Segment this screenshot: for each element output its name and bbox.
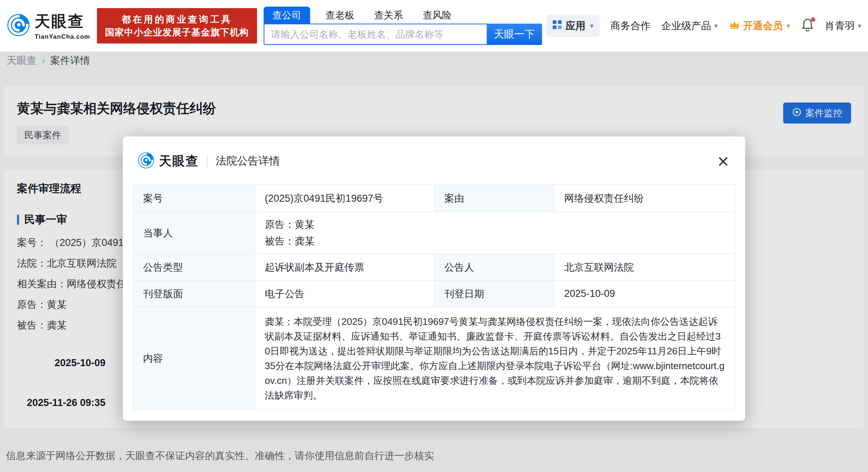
site-logo[interactable]: 天眼查 TianYanCha.com bbox=[7, 11, 90, 41]
tab-search-boss[interactable]: 查老板 bbox=[321, 7, 359, 24]
pub-date-value-cell: 2025-10-09 bbox=[555, 281, 735, 307]
table-row: 刊登版面 电子公告 刊登日期 2025-10-09 bbox=[133, 281, 735, 307]
edition-value-cell: 电子公告 bbox=[255, 281, 435, 307]
announcer-value-cell: 北京互联网法院 bbox=[555, 254, 735, 281]
modal-header: 天眼查 法院公告详情 × bbox=[123, 136, 745, 184]
search-button[interactable]: 天眼一下 bbox=[487, 24, 542, 45]
chevron-down-icon: ▾ bbox=[858, 21, 861, 30]
pub-date-label-cell: 刊登日期 bbox=[435, 281, 555, 307]
tab-search-company[interactable]: 查公司 bbox=[264, 7, 310, 24]
content-value-cell: 龚某：本院受理（2025）京0491民初19697号黄某与龚某网络侵权责任纠纷一… bbox=[255, 307, 735, 410]
chevron-down-icon: ▾ bbox=[590, 21, 594, 30]
close-icon[interactable]: × bbox=[717, 155, 729, 168]
party-plaintiff: 原告：黄某 bbox=[265, 216, 735, 233]
business-cooperation-link[interactable]: 商务合作 bbox=[611, 19, 650, 32]
tianyancha-swirl-icon bbox=[7, 13, 30, 38]
enterprise-products-menu[interactable]: 企业级产品 ▾ bbox=[662, 19, 718, 32]
apps-menu[interactable]: 应用 ▾ bbox=[546, 15, 600, 37]
table-row: 公告类型 起诉状副本及开庭传票 公告人 北京互联网法院 bbox=[133, 254, 735, 281]
nav-right: 应用 ▾ 商务合作 企业级产品 ▾ 开通会员 ▾ bbox=[546, 15, 861, 37]
table-row: 内容 龚某：本院受理（2025）京0491民初19697号黄某与龚某网络侵权责任… bbox=[133, 307, 735, 410]
logo-text-en: TianYanCha.com bbox=[35, 33, 90, 41]
promo-line-2: 国家中小企业发展子基金旗下机构 bbox=[105, 26, 249, 39]
crown-icon bbox=[729, 20, 740, 32]
edition-label-cell: 刊登版面 bbox=[133, 281, 255, 307]
username-label: 肖青羽 bbox=[825, 19, 855, 32]
modal-title: 法院公告详情 bbox=[216, 154, 280, 169]
party-value-cell: 原告：黄某 被告：龚某 bbox=[255, 212, 735, 254]
case-no-value-cell: (2025)京0491民初19697号 bbox=[255, 185, 435, 212]
cause-value-cell: 网络侵权责任纠纷 bbox=[555, 185, 735, 212]
modal-divider bbox=[207, 155, 208, 167]
content-label-cell: 内容 bbox=[133, 307, 255, 410]
chevron-down-icon: ▾ bbox=[714, 21, 718, 30]
notification-dot bbox=[811, 17, 815, 22]
vip-upgrade-menu[interactable]: 开通会员 ▾ bbox=[729, 19, 790, 32]
party-defendant: 被告：龚某 bbox=[265, 233, 735, 250]
logo-text-cn: 天眼查 bbox=[35, 11, 90, 32]
search-input[interactable] bbox=[264, 24, 487, 45]
announcer-label-cell: 公告人 bbox=[435, 254, 555, 281]
type-label-cell: 公告类型 bbox=[133, 254, 255, 281]
notifications-button[interactable] bbox=[801, 18, 814, 34]
tab-search-risk[interactable]: 查风险 bbox=[419, 7, 456, 24]
promo-line-1: 都在用的商业查询工具 bbox=[105, 13, 249, 26]
table-row: 案号 (2025)京0491民初19697号 案由 网络侵权责任纠纷 bbox=[133, 185, 735, 212]
user-menu[interactable]: 肖青羽 ▾ bbox=[825, 19, 861, 32]
party-label-cell: 当事人 bbox=[133, 212, 255, 254]
top-nav: 天眼查 TianYanCha.com 都在用的商业查询工具 国家中小企业发展子基… bbox=[0, 0, 868, 52]
table-row: 当事人 原告：黄某 被告：龚某 bbox=[133, 212, 735, 254]
court-announcement-modal: 天眼查 法院公告详情 × 案号 (2025)京0491民初19697号 案由 网… bbox=[123, 136, 745, 421]
type-value-cell: 起诉状副本及开庭传票 bbox=[255, 254, 435, 281]
case-no-label-cell: 案号 bbox=[133, 185, 255, 212]
tianyancha-swirl-icon bbox=[138, 152, 154, 170]
announcement-table: 案号 (2025)京0491民初19697号 案由 网络侵权责任纠纷 当事人 原… bbox=[133, 184, 735, 410]
chevron-down-icon: ▾ bbox=[787, 21, 790, 30]
cause-label-cell: 案由 bbox=[435, 185, 555, 212]
enterprise-products-label: 企业级产品 bbox=[662, 19, 711, 32]
vip-label: 开通会员 bbox=[743, 19, 783, 32]
tab-search-relation[interactable]: 查关系 bbox=[370, 7, 407, 24]
promo-banner: 都在用的商业查询工具 国家中小企业发展子基金旗下机构 bbox=[97, 8, 257, 44]
search-block: 查公司 查老板 查关系 查风险 天眼一下 bbox=[264, 7, 542, 45]
business-cooperation-label: 商务合作 bbox=[611, 19, 650, 32]
apps-label: 应用 bbox=[566, 19, 586, 32]
modal-brand: 天眼查 bbox=[159, 153, 199, 170]
search-tabs: 查公司 查老板 查关系 查风险 bbox=[264, 7, 542, 24]
apps-grid-icon bbox=[552, 20, 562, 32]
